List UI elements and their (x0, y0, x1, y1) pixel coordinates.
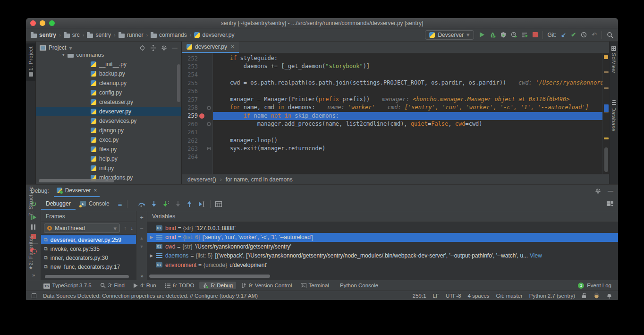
code-line-253[interactable]: daemons += [_get_daemon("storybook")] (213, 62, 602, 70)
more-watches-chevron[interactable]: » (140, 273, 143, 279)
encoding[interactable]: UTF-8 (446, 293, 461, 299)
tool-window-button-6-todo[interactable]: 6: TODO (161, 282, 198, 289)
run-configuration-select[interactable]: Devserver ▾ (425, 30, 474, 40)
code-line-260[interactable]: manager.add_process(name, list2cmdline(c… (213, 120, 602, 128)
project-vertical-scrollbar[interactable] (177, 64, 180, 102)
view-link[interactable]: View (528, 252, 542, 259)
notifications-bell-icon[interactable] (606, 292, 612, 299)
expand-arrow-icon[interactable]: ▶ (147, 235, 156, 240)
indent-size[interactable]: 4 spaces (468, 293, 490, 299)
more-actions-chevron[interactable]: » (32, 272, 34, 278)
tree-item-initpy[interactable]: init.py (36, 163, 181, 173)
sidebar-item-project[interactable]: 1: Project (26, 43, 35, 81)
hide-panel-icon[interactable]: — (172, 44, 178, 51)
lock-icon[interactable] (582, 292, 587, 299)
pause-program-icon[interactable] (31, 224, 35, 230)
gutter-line-254[interactable]: 254 (182, 71, 212, 79)
gutter-line-257[interactable]: 257 (182, 95, 212, 103)
breadcrumb-item[interactable]: commands (151, 32, 187, 38)
editor-breadcrumb-item[interactable]: devserver() (187, 176, 216, 183)
breakpoint-indicator[interactable] (198, 113, 206, 119)
code-line-257[interactable]: manager = Manager(Printer(prefix=prefix)… (213, 95, 602, 103)
move-watch-down-icon[interactable]: ▼ (140, 244, 144, 249)
tab-debugger[interactable]: Debugger (41, 198, 76, 210)
tool-window-button-9-version-control[interactable]: 9: Version Control (238, 282, 295, 289)
variable-row-cmd[interactable]: ▶cmd={list: 6}['sentry', 'run', 'worker'… (147, 233, 618, 242)
code-line-256[interactable] (213, 87, 602, 95)
tree-folder-commands[interactable]: ▾commands (36, 54, 181, 60)
breadcrumb-item[interactable]: runner (119, 32, 144, 38)
locate-file-icon[interactable] (139, 45, 145, 51)
tree-item-configpy[interactable]: config.py (36, 88, 181, 97)
tool-window-button-3-find[interactable]: 3: Find (97, 282, 128, 289)
tree-item-createuserpy[interactable]: createuser.py (36, 97, 181, 107)
step-into-my-code-icon[interactable] (163, 201, 169, 207)
project-horizontal-scrollbar[interactable] (39, 179, 114, 182)
layout-menu-icon[interactable]: ≡ (118, 201, 122, 207)
fold-slot[interactable] (206, 122, 212, 126)
collapse-all-icon[interactable] (150, 45, 156, 51)
gutter-line-252[interactable]: 252 (182, 54, 212, 62)
variable-row-environment[interactable]: 01environment={unicode}u'development' (147, 260, 618, 270)
gutter-line-256[interactable]: 256 (182, 87, 212, 95)
git-update-icon[interactable]: ↙ (561, 32, 566, 38)
variable-row-bind[interactable]: 01bind={str}'127.0.0.1:8888' (147, 223, 618, 233)
previous-frame-icon[interactable]: ↑ (124, 225, 127, 232)
minimize-window-button[interactable] (40, 20, 45, 26)
tree-item-__init__py[interactable]: __init__.py (36, 60, 181, 69)
breadcrumb-item-file[interactable]: devserver.py (194, 32, 234, 38)
sidebar-item-database[interactable]: Database (610, 98, 618, 131)
frame-row[interactable]: ⧉new_func, decorators.py:17 (41, 262, 136, 271)
gutter-line-264[interactable]: 264 (182, 153, 212, 161)
debug-settings-gear-icon[interactable] (595, 188, 601, 194)
event-log-button[interactable]: 3Event Log (578, 283, 611, 289)
resume-program-icon[interactable] (31, 215, 36, 220)
stop-button[interactable] (533, 32, 538, 37)
breadcrumb-item[interactable]: src (64, 32, 80, 38)
tree-item-devserverpy[interactable]: devserver.py (36, 107, 181, 116)
tool-window-switcher-icon[interactable] (32, 293, 36, 298)
git-rollback-icon[interactable]: ↶ (592, 32, 597, 38)
editor-vertical-scrollbar[interactable] (604, 147, 608, 172)
tree-item-cleanuppy[interactable]: cleanup.py (36, 78, 181, 88)
code-line-261[interactable] (213, 129, 602, 137)
git-history-icon[interactable] (581, 32, 587, 38)
close-tab-icon[interactable]: × (231, 43, 234, 50)
code-line-262[interactable]: manager.loop() (213, 137, 602, 145)
frame-row[interactable]: ⧉inner, decorators.py:30 (41, 253, 136, 262)
tree-item-execpy[interactable]: exec.py (36, 135, 181, 145)
code-area[interactable]: if styleguide: daemons += [_get_daemon("… (213, 53, 602, 174)
debug-session-tab[interactable]: Devserver × (54, 185, 100, 197)
git-branch[interactable]: Git: master (496, 293, 523, 299)
editor-breadcrumb-item[interactable]: for name, cmd in daemons (226, 176, 293, 183)
fold-slot[interactable] (206, 147, 212, 150)
search-everywhere-icon[interactable] (607, 32, 613, 38)
settings-gear-icon[interactable] (161, 45, 167, 51)
thread-select[interactable]: MainThread ▾ (44, 223, 120, 233)
tree-item-djangopy[interactable]: django.py (36, 126, 181, 135)
tool-window-button-terminal[interactable]: Terminal (297, 282, 332, 289)
close-session-icon[interactable]: × (93, 187, 97, 194)
tree-item-backuppy[interactable]: backup.py (36, 69, 181, 78)
debug-button[interactable] (490, 32, 496, 38)
variable-row-cwd[interactable]: 01cwd={str}'/Users/ryanskonnord/getsentr… (147, 242, 618, 251)
line-ending[interactable]: LF (433, 293, 439, 299)
code-line-255[interactable]: cwd = os.path.realpath(os.path.join(sett… (213, 79, 602, 87)
gutter-line-260[interactable]: 260 (182, 120, 212, 128)
tool-window-button-5-debug[interactable]: 5: Debug (199, 282, 236, 289)
tree-item-helppy[interactable]: help.py (36, 154, 181, 163)
status-message[interactable]: Data Sources Detected: Connection proper… (43, 293, 258, 299)
editor-gutter[interactable]: 252253254255256257258259260261262263264 (182, 53, 213, 174)
run-concurrency-button[interactable] (522, 32, 528, 38)
breadcrumb-item[interactable]: sentry (87, 32, 111, 38)
code-line-263[interactable]: sys.exit(manager.returncode) (213, 145, 602, 153)
fold-slot[interactable] (206, 106, 212, 110)
gutter-line-262[interactable]: 262 (182, 137, 212, 145)
close-window-button[interactable] (30, 20, 36, 26)
add-watch-icon[interactable]: + (140, 214, 144, 221)
view-breakpoints-icon[interactable] (30, 248, 37, 254)
frames-horizontal-scrollbar[interactable] (45, 275, 129, 278)
gutter-line-253[interactable]: 253 (182, 62, 212, 70)
tree-item-devservicespy[interactable]: devservices.py (36, 116, 181, 126)
code-line-258[interactable]: for name, cmd in daemons:name: 'worker'c… (213, 103, 602, 112)
